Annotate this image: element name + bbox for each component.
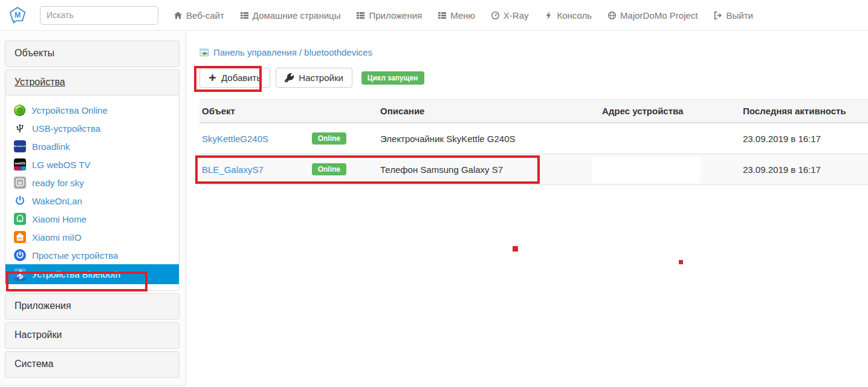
xiaomi-miio-icon: mi xyxy=(14,231,26,243)
nav-menu[interactable]: Меню xyxy=(430,0,483,31)
power-icon xyxy=(14,195,26,207)
object-link[interactable]: SkyKettleG240S xyxy=(202,134,268,144)
list-icon xyxy=(438,11,447,20)
list-icon xyxy=(240,11,249,20)
address-cell xyxy=(600,123,740,154)
status-badge: Online xyxy=(312,132,346,145)
panel-objects: Объекты xyxy=(5,41,180,67)
sidebar-section-system[interactable]: Система xyxy=(5,352,179,377)
last-activity-cell: 23.09.2019 в 16:17 xyxy=(740,123,868,154)
nav-console[interactable]: Консоль xyxy=(536,0,600,31)
plus-icon xyxy=(209,74,216,82)
sidebar-item-wakeonlan[interactable]: WakeOnLan xyxy=(5,192,179,210)
svg-text:M: M xyxy=(15,11,21,19)
sidebar-section-settings[interactable]: Настройки xyxy=(5,323,179,348)
nav-majordomo-project[interactable]: MajorDoMo Project xyxy=(600,0,705,31)
column-description: Описание xyxy=(378,100,600,123)
table-header-row: Объект Описание Адрес устройства Последн… xyxy=(199,100,868,123)
cycle-running-badge: Цикл запущен xyxy=(361,71,424,85)
column-last-activity: Последняя активность xyxy=(740,100,868,123)
sidebar-section-applications[interactable]: Приложения xyxy=(5,294,179,319)
add-button[interactable]: Добавить xyxy=(199,68,270,88)
webos-icon: webOS xyxy=(14,158,26,171)
settings-button[interactable]: Настройки xyxy=(276,68,352,88)
wrench-icon xyxy=(285,73,294,82)
usb-icon xyxy=(14,122,26,134)
sidebar-item-ready-for-sky[interactable]: M ready for sky xyxy=(5,174,179,192)
sidebar-item-lg-webos-tv[interactable]: webOS LG webOS TV xyxy=(5,155,179,174)
last-activity-cell: 23.09.2019 в 16:17 xyxy=(740,154,868,185)
sidebar-item-xiaomi-home[interactable]: Xiaomi Home xyxy=(5,210,179,228)
nav-logout[interactable]: Выйти xyxy=(705,0,760,31)
left-sidebar: Объекты Устройства Устройства Online USB… xyxy=(0,31,186,386)
column-object: Объект xyxy=(199,100,378,123)
panel-devices: Устройства Устройства Online USB-устройс… xyxy=(5,70,180,291)
breadcrumb[interactable]: Панель управления / bluetoothdevices xyxy=(199,47,868,57)
table-row: BLE_GalaxyS7 Online Телефон Samsung Gala… xyxy=(199,154,868,185)
sidebar-item-xiaomi-miio[interactable]: mi Xiaomi miIO xyxy=(5,228,179,246)
object-link[interactable]: BLE_GalaxyS7 xyxy=(202,164,264,175)
nav-website[interactable]: Веб-сайт xyxy=(166,0,232,31)
home-icon xyxy=(173,11,183,20)
list-icon xyxy=(356,11,365,20)
sidebar-section-devices[interactable]: Устройства xyxy=(5,70,179,96)
main-content: Панель управления / bluetoothdevices Доб… xyxy=(186,31,868,185)
table-row: SkyKettleG240S Online Электрочайник SkyK… xyxy=(199,123,868,154)
annotation-dot xyxy=(513,246,518,252)
toolbar: Добавить Настройки Цикл запущен xyxy=(199,68,868,88)
sidebar-item-simple-devices[interactable]: Простые устройства xyxy=(5,246,179,264)
column-device-address: Адрес устройства xyxy=(600,100,740,123)
sidebar-item-bluetooth-devices[interactable]: Устройства Bluetooth xyxy=(5,264,179,284)
majordomo-logo[interactable]: M xyxy=(8,6,27,24)
sidebar-section-objects[interactable]: Объекты xyxy=(5,41,179,67)
panel-window-icon xyxy=(199,48,209,57)
description-cell: Телефон Samsung Galaxy S7 xyxy=(378,154,600,185)
logout-icon xyxy=(713,11,722,20)
description-cell: Электрочайник SkyKettle G240S xyxy=(378,123,600,154)
sidebar-item-broadlink[interactable]: BroadLink Broadlink xyxy=(5,137,179,155)
search-input[interactable] xyxy=(40,6,158,25)
nav-xray[interactable]: X-Ray xyxy=(483,0,537,31)
panel-applications: Приложения xyxy=(5,293,180,320)
panel-settings: Настройки xyxy=(5,322,180,349)
top-navbar: M Веб-сайт Домашние страницы Приложения xyxy=(0,0,868,31)
online-led-icon xyxy=(14,105,25,116)
flash-icon xyxy=(544,11,553,20)
broadlink-icon: BroadLink xyxy=(14,140,26,152)
annotation-dot xyxy=(679,260,683,264)
sidebar-item-devices-online[interactable]: Устройства Online xyxy=(5,101,179,119)
devices-table: Объект Описание Адрес устройства Последн… xyxy=(199,99,868,185)
bluetooth-icon xyxy=(14,268,26,281)
device-list: Устройства Online USB-устройства BroadLi… xyxy=(5,96,179,290)
sidebar-item-usb-devices[interactable]: USB-устройства xyxy=(5,119,179,137)
nav-applications[interactable]: Приложения xyxy=(348,0,430,31)
panel-system: Система xyxy=(5,351,180,378)
gauge-icon xyxy=(491,11,500,20)
svg-text:mi: mi xyxy=(18,236,22,240)
power-circle-icon xyxy=(14,249,26,261)
xiaomi-home-icon xyxy=(14,213,26,225)
svg-text:M: M xyxy=(18,181,22,185)
address-cell xyxy=(600,154,740,185)
nav-home-pages[interactable]: Домашние страницы xyxy=(232,0,349,31)
status-badge: Online xyxy=(312,163,346,175)
main-navigation: Веб-сайт Домашние страницы Приложения Ме… xyxy=(166,0,761,31)
breadcrumb-text: Панель управления / bluetoothdevices xyxy=(213,47,372,57)
globe-icon xyxy=(607,11,617,20)
ready-for-sky-icon: M xyxy=(14,177,26,189)
